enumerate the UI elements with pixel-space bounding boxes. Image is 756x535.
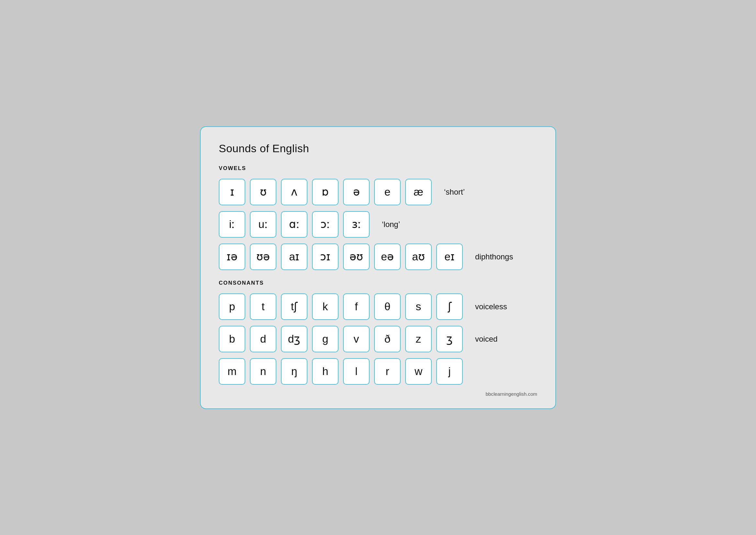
- long-vowels-row: iːuːɑːɔːɜː ‘long’: [219, 211, 537, 238]
- symbol-box: j: [436, 358, 463, 385]
- symbol-box: l: [343, 358, 369, 385]
- symbol-box: iː: [219, 211, 245, 238]
- diphthongs-row: ɪəʊəaɪɔɪəʊeəaʊeɪ diphthongs: [219, 243, 537, 270]
- symbol-box: ɔɪ: [312, 243, 338, 270]
- symbol-box: ə: [343, 179, 369, 205]
- symbol-box: n: [250, 358, 276, 385]
- symbol-box: aɪ: [281, 243, 308, 270]
- symbol-box: z: [405, 326, 432, 352]
- symbol-box: æ: [405, 179, 432, 205]
- symbol-box: ʒ: [436, 326, 463, 352]
- short-label: ‘short’: [444, 187, 465, 197]
- symbol-box: ʊə: [250, 243, 276, 270]
- symbol-box: v: [343, 326, 369, 352]
- symbol-box: eɪ: [436, 243, 463, 270]
- symbol-box: m: [219, 358, 245, 385]
- symbol-box: f: [343, 294, 369, 320]
- symbol-box: h: [312, 358, 338, 385]
- vowels-label: VOWELS: [219, 165, 537, 172]
- symbol-box: s: [405, 294, 432, 320]
- symbol-box: r: [374, 358, 401, 385]
- voiceless-row: pttʃkfθsʃ voiceless: [219, 294, 537, 320]
- symbol-box: g: [312, 326, 338, 352]
- symbol-box: dʒ: [281, 326, 308, 352]
- symbol-box: e: [374, 179, 401, 205]
- symbol-box: aʊ: [405, 243, 432, 270]
- symbol-box: b: [219, 326, 245, 352]
- symbol-box: əʊ: [343, 243, 369, 270]
- sounds-card: Sounds of English VOWELS ɪʊʌɒəeæ ‘short’…: [200, 126, 556, 409]
- page-title: Sounds of English: [219, 143, 537, 155]
- short-vowels-group: ɪʊʌɒəeæ: [219, 179, 432, 205]
- voiced-row: bddʒgvðzʒ voiced: [219, 326, 537, 352]
- diphthongs-label: diphthongs: [475, 252, 513, 261]
- voiceless-label: voiceless: [475, 302, 507, 311]
- symbol-box: w: [405, 358, 432, 385]
- symbol-box: ʊ: [250, 179, 276, 205]
- symbol-box: d: [250, 326, 276, 352]
- other-consonants-row: mnŋhlrwj: [219, 358, 537, 385]
- symbol-box: k: [312, 294, 338, 320]
- symbol-box: ɑː: [281, 211, 308, 238]
- voiceless-group: pttʃkfθsʃ: [219, 294, 463, 320]
- short-vowels-row: ɪʊʌɒəeæ ‘short’: [219, 179, 537, 205]
- consonants-label: CONSONANTS: [219, 280, 537, 286]
- symbol-box: ɔː: [312, 211, 338, 238]
- symbol-box: eə: [374, 243, 401, 270]
- symbol-box: ɪə: [219, 243, 245, 270]
- long-label: ‘long’: [382, 220, 400, 229]
- symbol-box: tʃ: [281, 294, 308, 320]
- symbol-box: p: [219, 294, 245, 320]
- symbol-box: ð: [374, 326, 401, 352]
- symbol-box: θ: [374, 294, 401, 320]
- diphthongs-group: ɪəʊəaɪɔɪəʊeəaʊeɪ: [219, 243, 463, 270]
- voiced-group: bddʒgvðzʒ: [219, 326, 463, 352]
- symbol-box: ɒ: [312, 179, 338, 205]
- footer: bbclearningenglish.com: [219, 391, 537, 397]
- long-vowels-group: iːuːɑːɔːɜː: [219, 211, 369, 238]
- symbol-box: uː: [250, 211, 276, 238]
- symbol-box: t: [250, 294, 276, 320]
- other-consonants-group: mnŋhlrwj: [219, 358, 463, 385]
- voiced-label: voiced: [475, 334, 498, 344]
- symbol-box: ɜː: [343, 211, 369, 238]
- symbol-box: ʌ: [281, 179, 308, 205]
- symbol-box: ŋ: [281, 358, 308, 385]
- symbol-box: ɪ: [219, 179, 245, 205]
- symbol-box: ʃ: [436, 294, 463, 320]
